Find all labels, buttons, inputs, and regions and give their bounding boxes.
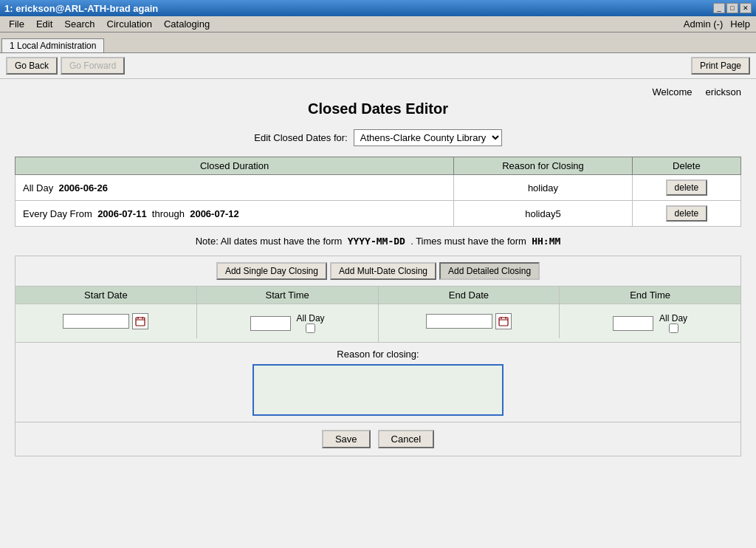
menu-bar: File Edit Search Circulation Cataloging … [0, 16, 756, 32]
col-header-duration: Closed Duration [16, 157, 454, 175]
end-time-input[interactable] [613, 316, 653, 331]
menu-file[interactable]: File [3, 17, 30, 31]
start-time-col: Start Time All Day [197, 287, 379, 342]
print-page-button[interactable]: Print Page [691, 57, 750, 75]
end-allday-checkbox[interactable] [669, 323, 678, 333]
reason-row: Reason for closing: [16, 342, 740, 422]
col-header-reason: Reason for Closing [454, 157, 633, 175]
toolbar-left: Go Back Go Forward [6, 57, 125, 75]
welcome-bar: Welcome erickson [15, 86, 741, 97]
svg-rect-4 [499, 318, 508, 326]
menu-search[interactable]: Search [58, 17, 100, 31]
note-text-middle: . Times must have the form [410, 236, 526, 247]
title-bar-text: 1: erickson@ARL-ATH-brad again [4, 3, 158, 14]
add-buttons-row: Add Single Day Closing Add Mult-Date Clo… [16, 256, 740, 287]
menu-admin[interactable]: Admin (-) [684, 18, 723, 30]
save-cancel-row: Save Cancel [16, 422, 740, 456]
form-fields-row: Start Date Start Time [16, 287, 740, 342]
end-time-header: End Time [560, 287, 740, 304]
start-time-header: Start Time [197, 287, 378, 304]
col-header-delete: Delete [632, 157, 740, 175]
end-date-col: End Date [379, 287, 560, 338]
edit-for-label: Edit Closed Dates for: [254, 132, 347, 143]
reason-cell-1: holiday [454, 175, 633, 201]
start-allday-checkbox[interactable] [306, 323, 315, 333]
start-allday-wrap: All Day [297, 313, 325, 333]
page-title: Closed Dates Editor [15, 100, 741, 117]
start-allday-label: All Day [297, 313, 325, 323]
go-back-button[interactable]: Go Back [6, 57, 58, 75]
main-content: Welcome erickson Closed Dates Editor Edi… [0, 79, 756, 548]
save-button[interactable]: Save [322, 430, 371, 448]
title-bar: 1: erickson@ARL-ATH-brad again _ □ ✕ [0, 0, 756, 16]
delete-cell-1: delete [632, 175, 740, 201]
go-forward-button[interactable]: Go Forward [61, 57, 125, 75]
start-date-col: Start Date [16, 287, 197, 338]
menu-edit[interactable]: Edit [30, 17, 58, 31]
duration-cell-2: Every Day From 2006-07-11 through 2006-0… [16, 201, 454, 227]
end-time-input-row: All Day [566, 309, 735, 338]
delete-button-1[interactable]: delete [666, 179, 708, 196]
start-date-input[interactable] [63, 314, 129, 329]
end-date-input-row [385, 309, 554, 334]
welcome-user: erickson [706, 86, 741, 97]
delete-button-2[interactable]: delete [666, 205, 708, 222]
svg-rect-0 [136, 318, 145, 326]
add-single-day-button[interactable]: Add Single Day Closing [216, 262, 327, 280]
add-form: Add Single Day Closing Add Mult-Date Clo… [15, 256, 741, 456]
note-row: Note: All dates must have the form YYYY-… [15, 236, 741, 247]
menu-cataloging[interactable]: Cataloging [158, 17, 216, 31]
note-time-format: HH:MM [532, 236, 560, 247]
duration-cell-1: All Day 2006-06-26 [16, 175, 454, 201]
tab-bar: 1 Local Administration [0, 32, 756, 53]
menu-right: Admin (-) Help [684, 18, 753, 30]
end-date-input[interactable] [426, 314, 492, 329]
end-allday-wrap: All Day [659, 313, 687, 333]
note-date-format: YYYY-MM-DD [348, 236, 405, 247]
add-detailed-button[interactable]: Add Detailed Closing [439, 262, 540, 280]
menu-circulation[interactable]: Circulation [101, 17, 158, 31]
close-button[interactable]: ✕ [740, 3, 752, 13]
welcome-label: Welcome [653, 86, 693, 97]
end-date-header: End Date [379, 287, 560, 304]
add-mult-date-button[interactable]: Add Mult-Date Closing [330, 262, 436, 280]
menu-help[interactable]: Help [730, 18, 750, 30]
reason-label: Reason for closing: [21, 349, 735, 360]
reason-textarea[interactable] [252, 364, 504, 416]
cancel-button[interactable]: Cancel [378, 430, 434, 448]
reason-cell-2: holiday5 [454, 201, 633, 227]
maximize-button[interactable]: □ [726, 3, 738, 13]
start-date-cal-button[interactable] [132, 313, 148, 329]
start-time-input-row: All Day [203, 309, 372, 338]
end-time-col: End Time All Day [560, 287, 740, 342]
start-time-input[interactable] [250, 316, 291, 331]
edit-for-row: Edit Closed Dates for: Athens-Clarke Cou… [15, 129, 741, 146]
table-row: All Day 2006-06-26 holiday delete [16, 175, 741, 201]
table-row: Every Day From 2006-07-11 through 2006-0… [16, 201, 741, 227]
start-date-header: Start Date [16, 287, 196, 304]
menu-left: File Edit Search Circulation Cataloging [3, 17, 216, 31]
title-bar-controls: _ □ ✕ [713, 3, 752, 13]
toolbar: Go Back Go Forward Print Page [0, 53, 756, 79]
closed-dates-table: Closed Duration Reason for Closing Delet… [15, 157, 741, 227]
minimize-button[interactable]: _ [713, 3, 725, 13]
tab-local-admin[interactable]: 1 Local Administration [1, 38, 104, 52]
note-text-before: Note: All dates must have the form [196, 236, 343, 247]
end-allday-label: All Day [659, 313, 687, 323]
delete-cell-2: delete [632, 201, 740, 227]
start-date-input-row [21, 309, 190, 334]
end-date-cal-button[interactable] [495, 313, 512, 329]
library-select[interactable]: Athens-Clarke County Library [354, 129, 502, 146]
